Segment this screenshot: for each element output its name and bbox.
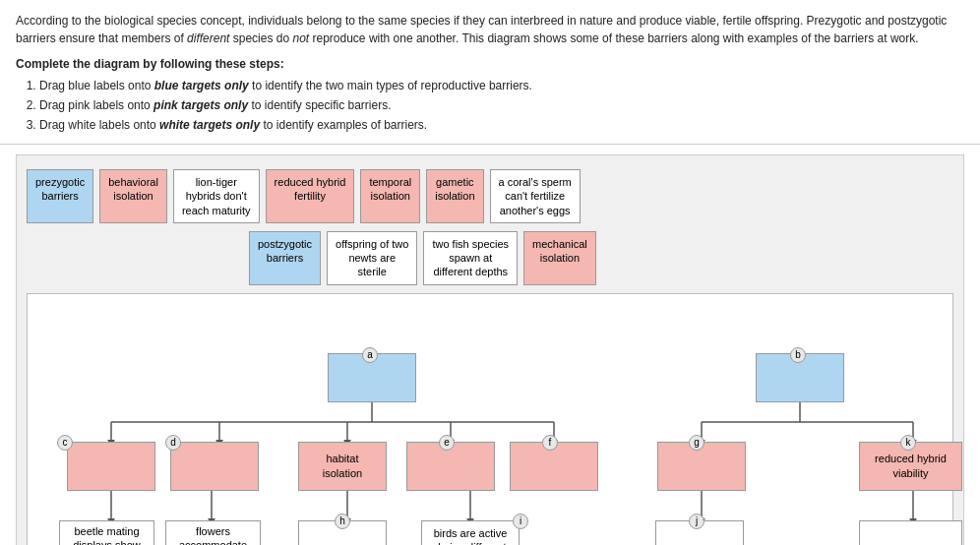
node-habitat: habitatisolation: [298, 442, 387, 491]
circle-f: f: [542, 435, 558, 451]
target-d[interactable]: [170, 442, 259, 491]
circle-c: c: [57, 435, 73, 451]
label-gametic[interactable]: gameticisolation: [426, 169, 483, 223]
label-prezygotic[interactable]: prezygoticbarriers: [27, 169, 93, 223]
circle-k-top: k: [900, 435, 916, 451]
step-2: Drag pink labels onto pink targets only …: [39, 96, 964, 114]
node-beetle: beetle matingdisplays showdifferent spot…: [59, 520, 154, 545]
target-k[interactable]: [859, 520, 962, 545]
label-lion-tiger[interactable]: lion-tigerhybrids don'treach maturity: [173, 169, 260, 223]
circle-e: e: [439, 435, 455, 451]
steps-heading: Complete the diagram by following these …: [16, 55, 964, 73]
label-mechanical[interactable]: mechanicalisolation: [523, 231, 596, 285]
label-coral[interactable]: a coral's spermcan't fertilizeanother's …: [490, 169, 581, 223]
node-birds: birds are activeduring differenttimes of…: [421, 520, 520, 545]
circle-h: h: [335, 514, 350, 529]
label-two-fish[interactable]: two fish speciesspawn atdifferent depths: [423, 231, 518, 285]
circle-j: j: [689, 514, 704, 529]
diagram-main: a b c d e f g h i j k habitatisolation: [27, 293, 953, 545]
circle-i: i: [513, 514, 528, 529]
labels-row-2: postzygoticbarriers offspring of twonewt…: [27, 231, 953, 285]
label-offspring-newts[interactable]: offspring of twonewts aresterile: [327, 231, 417, 285]
labels-row-1: prezygoticbarriers behavioralisolation l…: [27, 169, 953, 223]
circle-d: d: [165, 435, 181, 451]
label-temporal[interactable]: temporalisolation: [360, 169, 420, 223]
diagram-area: prezygoticbarriers behavioralisolation l…: [16, 154, 964, 545]
target-g[interactable]: [657, 442, 746, 491]
step-1: Drag blue labels onto blue targets only …: [39, 77, 964, 94]
target-c[interactable]: [67, 442, 155, 491]
circle-a: a: [362, 347, 378, 363]
intro-paragraph: According to the biological species conc…: [16, 12, 964, 47]
step-3: Drag white labels onto white targets onl…: [39, 116, 964, 134]
label-behavioral[interactable]: behavioralisolation: [99, 169, 167, 223]
circle-b: b: [790, 347, 806, 363]
intro-section: According to the biological species conc…: [0, 0, 980, 145]
node-flowers: flowersaccommodatedifferent insectpollin…: [165, 520, 261, 545]
tree-container: a b c d e f g h i j k habitatisolation: [37, 304, 943, 545]
circle-g: g: [689, 435, 704, 451]
label-postzygotic[interactable]: postzygoticbarriers: [249, 231, 321, 285]
label-reduced-fertility[interactable]: reduced hybridfertility: [266, 169, 355, 223]
arrows-svg: [37, 304, 943, 545]
